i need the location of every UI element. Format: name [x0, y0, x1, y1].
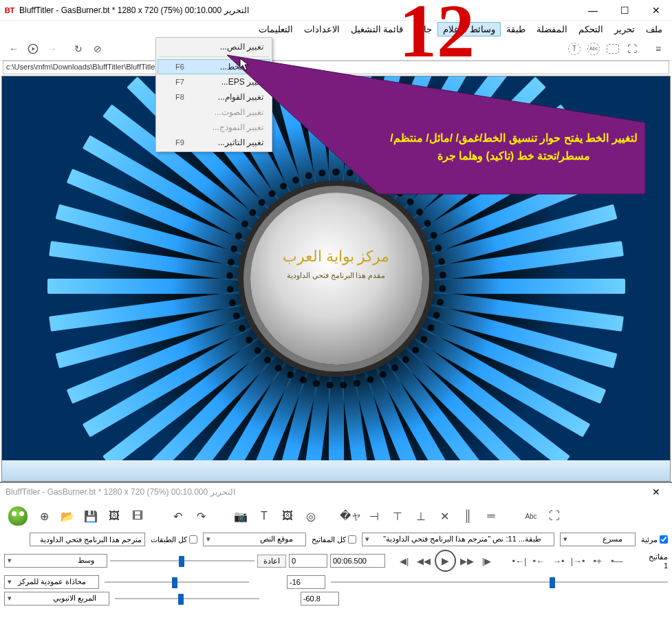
prev-key-button[interactable]: ←•	[530, 552, 547, 570]
keys-label: مفاتيح 1	[644, 553, 668, 570]
all-keys-label: كل المفاتيح	[312, 535, 346, 544]
bottom-title: BluffTitler - GasBurner.bt * 1280 x 720 …	[6, 487, 235, 497]
hub-subtitle: مقدم هذا البرنامج فتحي الداودية	[250, 271, 422, 280]
turbine-hub: مركز بواية العرب مقدم هذا البرنامج فتحي …	[250, 193, 422, 365]
cancel-button[interactable]: ⊘	[88, 39, 107, 58]
turbine-blade	[47, 279, 254, 294]
turbine-blade	[419, 279, 625, 294]
slider-2[interactable]	[115, 592, 259, 605]
minimize-button[interactable]: —	[577, 0, 609, 21]
next-key-end-button[interactable]: •→|	[570, 552, 586, 570]
mascot-icon	[8, 506, 28, 526]
hub-title: مركز بواية العرب	[250, 248, 422, 266]
maximize-button[interactable]: ☐	[609, 0, 640, 21]
property-dropdown[interactable]: موقع النص	[203, 533, 306, 546]
forward-button[interactable]: →	[43, 39, 62, 58]
step-back-button[interactable]: ◀◀	[415, 552, 432, 570]
playback-row: مفاتيح 1 —• +• •→| •→ ←• |←• ▶| ▶▶ ▶ ◀◀ …	[0, 548, 672, 574]
redo-button[interactable]: ↷	[190, 504, 212, 528]
value-0-input[interactable]	[289, 554, 327, 568]
align-top-button[interactable]: ⊤	[387, 504, 409, 528]
timeline-row: محاذاة عمودية للمركز	[0, 574, 672, 590]
step-fwd-button[interactable]: ▶▶	[459, 552, 475, 570]
camera-button[interactable]: 📷	[230, 504, 252, 528]
time-input[interactable]	[330, 554, 385, 568]
distribute-button[interactable]: ║	[457, 504, 479, 528]
prev-key-start-button[interactable]: |←•	[511, 552, 528, 570]
slider-1[interactable]	[105, 576, 249, 588]
visible-checkbox[interactable]: مرئية	[641, 535, 668, 544]
refresh-button[interactable]: ↻	[69, 39, 88, 58]
fx-button[interactable]: ◎	[300, 504, 322, 528]
step-number-overlay: 12	[399, 0, 475, 75]
align-right-button[interactable]: ⊣	[363, 504, 385, 528]
all-layers-checkbox[interactable]: كل الطبقات	[151, 535, 197, 544]
svg-marker-1	[227, 55, 645, 194]
key-delete-button[interactable]: —•	[609, 552, 625, 570]
picture-layer-button[interactable]: 🖼	[277, 504, 299, 528]
visible-label: مرئية	[641, 535, 658, 544]
align-left-button[interactable]: �ャ	[340, 504, 362, 528]
close-button[interactable]: ✕	[640, 0, 672, 21]
app-logo: BT	[3, 4, 16, 17]
value-row-2: المربع الانبوبي	[0, 590, 672, 607]
align-v-dropdown[interactable]: محاذاة عمودية للمركز	[4, 575, 99, 589]
export-image-button[interactable]: 🖼	[103, 504, 125, 528]
shape-dropdown[interactable]: المربع الانبوبي	[4, 592, 109, 605]
key-add-button[interactable]: +•	[589, 552, 605, 570]
titlebar: BT BluffTitler - GasBurner.bt * 1280 x 7…	[0, 0, 672, 21]
undo-button[interactable]: ↶	[166, 504, 188, 528]
export-video-button[interactable]: 🎞	[127, 504, 149, 528]
new-button[interactable]: ⊕	[33, 504, 55, 528]
all-layers-label: كل الطبقات	[151, 535, 187, 544]
bottom-close-button[interactable]: ✕	[640, 483, 672, 501]
all-keys-checkbox[interactable]: كل المفاتيح	[312, 535, 356, 544]
bottom-toolbar: ⊕ 📂 💾 🖼 🎞 ↶ ↷ 📷 T 🖼 ◎ �ャ ⊣ ⊤ ⊥ ✕ ║ ═	[0, 501, 672, 531]
translator-text-box[interactable]: مترجم هذا البرنامج فتحي الداودية	[30, 533, 145, 546]
layer-dropdown[interactable]: طبقة... 11: نص "مترجم هذا البرنامج فتحي …	[362, 533, 554, 546]
abc-button[interactable]: Abc	[520, 504, 542, 528]
play-pause-button[interactable]: ▶	[435, 550, 455, 572]
properties-window: BluffTitler - GasBurner.bt * 1280 x 720 …	[0, 482, 672, 607]
goto-end-button[interactable]: ▶|	[478, 552, 495, 570]
align-h-dropdown[interactable]: وسط	[4, 554, 107, 568]
spacing-button[interactable]: ═	[480, 504, 502, 528]
back-button[interactable]: ←	[4, 39, 23, 58]
value-1-input[interactable]	[287, 575, 325, 589]
bottom-titlebar: BluffTitler - GasBurner.bt * 1280 x 720 …	[0, 483, 672, 501]
save-button[interactable]: 💾	[80, 504, 102, 528]
value-2-input[interactable]	[301, 592, 339, 605]
text-layer-button[interactable]: T	[253, 504, 275, 528]
speed-dropdown[interactable]: مسرع	[560, 533, 636, 546]
goto-start-button[interactable]: |◀	[396, 552, 413, 570]
window-title: BluffTitler - GasBurner.bt * 1280 x 720 …	[19, 6, 249, 15]
play-button[interactable]	[23, 39, 43, 58]
fullscreen-button[interactable]: ⛶	[543, 504, 565, 528]
align-bottom-button[interactable]: ⊥	[410, 504, 432, 528]
layer-select-row: مرئية مسرع طبقة... 11: نص "مترجم هذا الب…	[0, 531, 672, 548]
open-button[interactable]: 📂	[56, 504, 78, 528]
timeline-slider[interactable]	[331, 576, 668, 588]
reset-button[interactable]: اعادة	[257, 555, 286, 568]
annotation-text: لتغيير الخط يفتح حوار تنسيق الخط/غمق/ /م…	[387, 129, 641, 164]
align-center-button[interactable]: ✕	[433, 504, 455, 528]
mouse-cursor-icon	[239, 58, 250, 74]
slider-0[interactable]	[110, 555, 254, 567]
next-key-button[interactable]: •→	[550, 552, 567, 570]
